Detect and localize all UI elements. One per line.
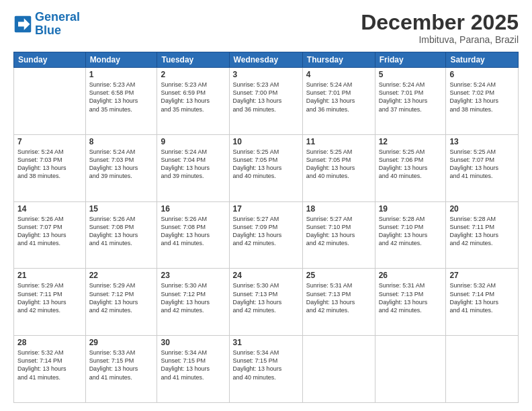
cell-content: Sunrise: 5:31 AM Sunset: 7:13 PM Dayligh… xyxy=(379,281,443,314)
day-number: 12 xyxy=(379,137,443,146)
calendar-week-2: 7Sunrise: 5:24 AM Sunset: 7:03 PM Daylig… xyxy=(14,134,519,201)
calendar-cell: 3Sunrise: 5:23 AM Sunset: 7:00 PM Daylig… xyxy=(229,68,302,135)
cell-content: Sunrise: 5:23 AM Sunset: 6:58 PM Dayligh… xyxy=(89,81,154,113)
cell-content: Sunrise: 5:25 AM Sunset: 7:05 PM Dayligh… xyxy=(233,148,299,181)
cell-content: Sunrise: 5:24 AM Sunset: 7:04 PM Dayligh… xyxy=(161,148,225,181)
calendar-header-row: SundayMondayTuesdayWednesdayThursdayFrid… xyxy=(14,52,519,68)
calendar-cell: 16Sunrise: 5:26 AM Sunset: 7:08 PM Dayli… xyxy=(157,201,229,269)
day-number: 8 xyxy=(89,137,154,146)
calendar-week-4: 21Sunrise: 5:29 AM Sunset: 7:11 PM Dayli… xyxy=(14,269,519,336)
calendar-table: SundayMondayTuesdayWednesdayThursdayFrid… xyxy=(13,52,519,403)
day-number: 6 xyxy=(449,70,515,79)
cell-content: Sunrise: 5:23 AM Sunset: 6:59 PM Dayligh… xyxy=(161,81,225,113)
cell-content: Sunrise: 5:29 AM Sunset: 7:12 PM Dayligh… xyxy=(89,281,154,314)
cell-content: Sunrise: 5:25 AM Sunset: 7:07 PM Dayligh… xyxy=(449,148,515,181)
day-number: 21 xyxy=(17,271,82,280)
cell-content: Sunrise: 5:32 AM Sunset: 7:14 PM Dayligh… xyxy=(449,281,515,314)
page: General Blue December 2025 Imbituva, Par… xyxy=(0,0,532,411)
calendar-cell: 29Sunrise: 5:33 AM Sunset: 7:15 PM Dayli… xyxy=(85,336,157,403)
logo-line2: Blue xyxy=(35,24,80,38)
day-header-friday: Friday xyxy=(375,52,446,68)
cell-content: Sunrise: 5:34 AM Sunset: 7:15 PM Dayligh… xyxy=(233,349,299,381)
cell-content: Sunrise: 5:26 AM Sunset: 7:08 PM Dayligh… xyxy=(89,215,154,248)
day-number: 16 xyxy=(161,204,225,214)
logo-line1: General xyxy=(35,10,80,24)
day-number: 23 xyxy=(161,271,225,280)
calendar-cell: 19Sunrise: 5:28 AM Sunset: 7:10 PM Dayli… xyxy=(375,201,446,269)
calendar-cell: 22Sunrise: 5:29 AM Sunset: 7:12 PM Dayli… xyxy=(85,269,157,336)
day-number: 30 xyxy=(161,338,225,347)
day-number: 18 xyxy=(306,204,371,214)
calendar-cell xyxy=(446,336,519,403)
day-number: 5 xyxy=(379,70,443,79)
day-number: 10 xyxy=(233,137,299,146)
calendar-cell xyxy=(302,336,375,403)
calendar-cell: 25Sunrise: 5:31 AM Sunset: 7:13 PM Dayli… xyxy=(302,269,375,336)
calendar-cell: 9Sunrise: 5:24 AM Sunset: 7:04 PM Daylig… xyxy=(157,134,229,201)
header: General Blue December 2025 Imbituva, Par… xyxy=(13,11,519,45)
logo-icon xyxy=(13,15,32,34)
calendar-cell xyxy=(375,336,446,403)
day-number: 26 xyxy=(379,271,443,280)
cell-content: Sunrise: 5:28 AM Sunset: 7:11 PM Dayligh… xyxy=(449,215,515,248)
day-number: 13 xyxy=(449,137,515,146)
calendar-cell: 31Sunrise: 5:34 AM Sunset: 7:15 PM Dayli… xyxy=(229,336,302,403)
cell-content: Sunrise: 5:25 AM Sunset: 7:05 PM Dayligh… xyxy=(306,148,371,181)
day-number: 25 xyxy=(306,271,371,280)
cell-content: Sunrise: 5:27 AM Sunset: 7:10 PM Dayligh… xyxy=(306,215,371,248)
calendar-cell: 14Sunrise: 5:26 AM Sunset: 7:07 PM Dayli… xyxy=(14,201,86,269)
calendar-cell: 6Sunrise: 5:24 AM Sunset: 7:02 PM Daylig… xyxy=(446,68,519,135)
calendar-cell: 23Sunrise: 5:30 AM Sunset: 7:12 PM Dayli… xyxy=(157,269,229,336)
day-number: 1 xyxy=(89,70,154,79)
calendar-cell: 21Sunrise: 5:29 AM Sunset: 7:11 PM Dayli… xyxy=(14,269,86,336)
day-number: 15 xyxy=(89,204,154,214)
logo: General Blue xyxy=(13,11,80,38)
calendar-week-1: 1Sunrise: 5:23 AM Sunset: 6:58 PM Daylig… xyxy=(14,68,519,135)
cell-content: Sunrise: 5:24 AM Sunset: 7:01 PM Dayligh… xyxy=(306,81,371,113)
day-number: 22 xyxy=(89,271,154,280)
cell-content: Sunrise: 5:27 AM Sunset: 7:09 PM Dayligh… xyxy=(233,215,299,248)
cell-content: Sunrise: 5:26 AM Sunset: 7:08 PM Dayligh… xyxy=(161,215,225,248)
calendar-cell: 7Sunrise: 5:24 AM Sunset: 7:03 PM Daylig… xyxy=(14,134,86,201)
day-header-thursday: Thursday xyxy=(302,52,375,68)
day-header-wednesday: Wednesday xyxy=(229,52,302,68)
calendar-cell: 2Sunrise: 5:23 AM Sunset: 6:59 PM Daylig… xyxy=(157,68,229,135)
day-number: 9 xyxy=(161,137,225,146)
calendar-cell: 13Sunrise: 5:25 AM Sunset: 7:07 PM Dayli… xyxy=(446,134,519,201)
cell-content: Sunrise: 5:32 AM Sunset: 7:14 PM Dayligh… xyxy=(17,349,82,381)
calendar-cell: 8Sunrise: 5:24 AM Sunset: 7:03 PM Daylig… xyxy=(85,134,157,201)
calendar-cell: 28Sunrise: 5:32 AM Sunset: 7:14 PM Dayli… xyxy=(14,336,86,403)
cell-content: Sunrise: 5:23 AM Sunset: 7:00 PM Dayligh… xyxy=(233,81,299,113)
day-header-monday: Monday xyxy=(85,52,157,68)
day-number: 24 xyxy=(233,271,299,280)
cell-content: Sunrise: 5:33 AM Sunset: 7:15 PM Dayligh… xyxy=(89,349,154,381)
day-number: 3 xyxy=(233,70,299,79)
day-number: 20 xyxy=(449,204,515,214)
cell-content: Sunrise: 5:28 AM Sunset: 7:10 PM Dayligh… xyxy=(379,215,443,248)
calendar-cell: 18Sunrise: 5:27 AM Sunset: 7:10 PM Dayli… xyxy=(302,201,375,269)
day-number: 31 xyxy=(233,338,299,347)
title-block: December 2025 Imbituva, Parana, Brazil xyxy=(361,11,519,45)
cell-content: Sunrise: 5:26 AM Sunset: 7:07 PM Dayligh… xyxy=(17,215,82,248)
cell-content: Sunrise: 5:31 AM Sunset: 7:13 PM Dayligh… xyxy=(306,281,371,314)
cell-content: Sunrise: 5:24 AM Sunset: 7:02 PM Dayligh… xyxy=(449,81,515,113)
day-number: 17 xyxy=(233,204,299,214)
cell-content: Sunrise: 5:29 AM Sunset: 7:11 PM Dayligh… xyxy=(17,281,82,314)
cell-content: Sunrise: 5:30 AM Sunset: 7:13 PM Dayligh… xyxy=(233,281,299,314)
calendar-cell: 11Sunrise: 5:25 AM Sunset: 7:05 PM Dayli… xyxy=(302,134,375,201)
calendar-week-3: 14Sunrise: 5:26 AM Sunset: 7:07 PM Dayli… xyxy=(14,201,519,269)
calendar-cell: 10Sunrise: 5:25 AM Sunset: 7:05 PM Dayli… xyxy=(229,134,302,201)
day-number: 29 xyxy=(89,338,154,347)
day-number: 11 xyxy=(306,137,371,146)
day-header-sunday: Sunday xyxy=(14,52,86,68)
day-header-saturday: Saturday xyxy=(446,52,519,68)
cell-content: Sunrise: 5:24 AM Sunset: 7:03 PM Dayligh… xyxy=(89,148,154,181)
day-number: 2 xyxy=(161,70,225,79)
location: Imbituva, Parana, Brazil xyxy=(361,34,519,45)
cell-content: Sunrise: 5:30 AM Sunset: 7:12 PM Dayligh… xyxy=(161,281,225,314)
day-number: 7 xyxy=(17,137,82,146)
day-number: 28 xyxy=(17,338,82,347)
calendar-cell: 12Sunrise: 5:25 AM Sunset: 7:06 PM Dayli… xyxy=(375,134,446,201)
calendar-cell: 5Sunrise: 5:24 AM Sunset: 7:01 PM Daylig… xyxy=(375,68,446,135)
calendar-cell: 17Sunrise: 5:27 AM Sunset: 7:09 PM Dayli… xyxy=(229,201,302,269)
